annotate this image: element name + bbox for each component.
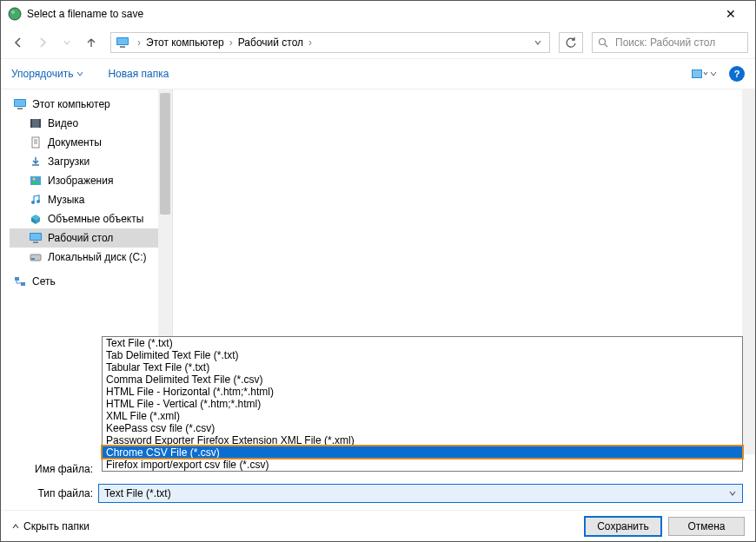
address-dropdown[interactable] — [530, 38, 546, 47]
svg-rect-8 — [693, 70, 701, 77]
filetype-option[interactable]: Tabular Text File (*.txt) — [103, 361, 742, 373]
breadcrumb-this-pc[interactable]: Этот компьютер — [143, 36, 228, 49]
svg-rect-10 — [15, 100, 25, 106]
svg-point-21 — [33, 178, 36, 181]
chevron-right-icon[interactable]: › — [136, 36, 143, 49]
filetype-option[interactable]: Text File (*.txt) — [103, 337, 742, 349]
breadcrumb-desktop[interactable]: Рабочий стол — [235, 36, 307, 49]
back-button[interactable] — [8, 32, 29, 53]
up-button[interactable] — [81, 32, 102, 53]
filetype-option[interactable]: XML File (*.xml) — [103, 410, 742, 422]
filename-label: Имя файла: — [1, 463, 98, 475]
disk-icon — [29, 250, 43, 264]
svg-point-1 — [11, 10, 15, 14]
help-button[interactable]: ? — [729, 66, 745, 82]
monitor-icon — [13, 97, 27, 111]
title-bar: Select a filename to save ✕ — [1, 1, 755, 27]
filetype-label: Тип файла: — [1, 487, 98, 499]
chevron-right-icon[interactable]: › — [307, 36, 314, 49]
app-icon — [8, 7, 22, 21]
filetype-combobox[interactable]: Text File (*.txt) — [98, 484, 743, 503]
address-bar[interactable]: › Этот компьютер › Рабочий стол › — [110, 32, 550, 53]
tree-local-disk[interactable]: Локальный диск (C:) — [10, 248, 172, 267]
new-folder-button[interactable]: Новая папка — [108, 68, 169, 80]
film-icon — [29, 116, 43, 130]
monitor-icon — [115, 35, 130, 50]
content-scrollbar[interactable] — [742, 89, 755, 454]
chevron-right-icon[interactable]: › — [228, 36, 235, 49]
organize-menu[interactable]: Упорядочить — [11, 68, 83, 80]
tree-music[interactable]: Музыка — [10, 190, 172, 209]
filetype-dropdown-list: Text File (*.txt) Tab Delimited Text Fil… — [102, 336, 743, 472]
svg-point-22 — [31, 201, 35, 204]
view-options[interactable] — [691, 68, 717, 80]
cube-icon — [29, 212, 43, 226]
network-icon — [13, 274, 27, 288]
chevron-down-icon — [728, 489, 737, 498]
filetype-option[interactable]: Tab Delimited Text File (*.txt) — [103, 349, 742, 361]
svg-rect-28 — [31, 258, 35, 260]
search-icon — [598, 37, 610, 48]
desktop-icon — [29, 231, 43, 245]
svg-rect-3 — [117, 38, 128, 44]
tree-network[interactable]: Сеть — [10, 272, 172, 291]
svg-rect-13 — [30, 119, 32, 128]
picture-icon — [29, 174, 43, 188]
forward-button[interactable] — [32, 32, 53, 53]
svg-point-23 — [36, 200, 40, 203]
tree-videos[interactable]: Видео — [10, 114, 172, 133]
tree-3d-objects[interactable]: Объемные объекты — [10, 209, 172, 228]
save-button[interactable]: Сохранить — [585, 517, 661, 536]
nav-row: › Этот компьютер › Рабочий стол › Поиск:… — [1, 27, 755, 58]
toolbar: Упорядочить Новая папка ? — [1, 58, 755, 89]
filetype-option[interactable]: Password Exporter Firefox Extension XML … — [103, 434, 742, 446]
search-placeholder: Поиск: Рабочий стол — [615, 36, 715, 49]
footer: Скрыть папки Сохранить Отмена — [1, 510, 755, 541]
svg-rect-30 — [21, 282, 25, 286]
document-icon — [29, 136, 43, 149]
cancel-button[interactable]: Отмена — [668, 517, 745, 536]
svg-rect-11 — [17, 108, 23, 109]
recent-dropdown[interactable] — [56, 32, 77, 53]
svg-rect-15 — [32, 137, 39, 148]
tree-desktop[interactable]: Рабочий стол — [10, 228, 172, 248]
filetype-option[interactable]: Firefox import/export csv file (*.csv) — [103, 459, 742, 471]
download-icon — [29, 155, 43, 169]
svg-rect-4 — [120, 46, 125, 48]
svg-rect-29 — [15, 277, 19, 281]
svg-rect-14 — [39, 119, 41, 128]
filetype-option[interactable]: HTML File - Horizontal (*.htm;*.html) — [103, 386, 742, 398]
filetype-option-selected[interactable]: Chrome CSV File (*.csv) — [103, 446, 742, 459]
tree-this-pc[interactable]: Этот компьютер — [10, 95, 172, 114]
svg-point-0 — [9, 8, 21, 20]
tree-documents[interactable]: Документы — [10, 133, 172, 152]
refresh-button[interactable] — [559, 32, 583, 53]
music-icon — [29, 193, 43, 207]
filetype-option[interactable]: KeePass csv file (*.csv) — [103, 422, 742, 434]
svg-rect-25 — [30, 234, 41, 240]
search-input[interactable]: Поиск: Рабочий стол — [592, 32, 748, 53]
filetype-option[interactable]: HTML File - Vertical (*.htm;*.html) — [103, 398, 742, 410]
svg-rect-26 — [33, 241, 38, 243]
close-button[interactable]: ✕ — [713, 7, 748, 21]
svg-line-6 — [605, 44, 607, 47]
svg-point-5 — [600, 39, 606, 45]
tree-downloads[interactable]: Загрузки — [10, 152, 172, 171]
hide-folders-toggle[interactable]: Скрыть папки — [11, 520, 90, 532]
tree-pictures[interactable]: Изображения — [10, 171, 172, 190]
chevron-up-icon — [11, 522, 20, 531]
filetype-option[interactable]: Comma Delimited Text File (*.csv) — [103, 373, 742, 386]
window-title: Select a filename to save — [27, 8, 713, 20]
